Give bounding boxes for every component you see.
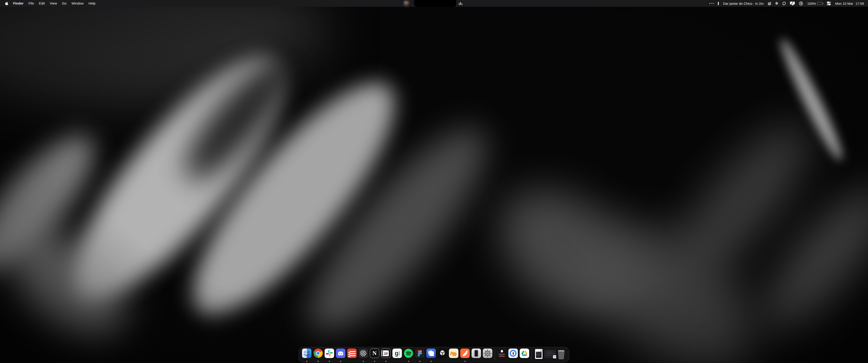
menubar-clock[interactable]: Mon 10 Mar 17:58 xyxy=(835,2,864,5)
document-file-icon xyxy=(535,349,542,359)
dock-item-document-file[interactable] xyxy=(533,347,544,363)
menubar-separator-icon[interactable] xyxy=(718,2,719,5)
reminder-text[interactable]: Dar jantar do Chico · in 2m xyxy=(723,2,764,5)
dock-item-raycast[interactable]: raycast xyxy=(496,347,507,363)
dock-item-unity[interactable] xyxy=(437,347,448,363)
unity-cube-icon xyxy=(438,349,447,358)
raycast-label: raycast xyxy=(499,353,505,355)
trash-icon xyxy=(557,349,566,360)
finder-icon xyxy=(302,349,311,358)
paste-icon xyxy=(426,349,436,358)
discord-icon xyxy=(336,349,345,358)
pick-icon[interactable] xyxy=(782,2,786,5)
chrome-icon xyxy=(313,349,323,358)
dock-item-postico[interactable] xyxy=(448,347,459,363)
slack-icon xyxy=(324,349,334,358)
now-playing-album-art[interactable] xyxy=(403,0,410,7)
figma-icon xyxy=(415,349,425,358)
dock-item-minimized-window[interactable]: 10 xyxy=(544,347,556,363)
postico-elephant-icon xyxy=(449,349,458,358)
grammarly-glyph: g xyxy=(768,1,770,5)
grammarly-icon[interactable]: g xyxy=(768,1,771,5)
dock-item-1password[interactable] xyxy=(507,347,519,363)
iphone-mirroring-icon xyxy=(471,349,481,358)
menubar-overflow-icon[interactable] xyxy=(709,3,714,4)
flower-asterisk-icon[interactable]: ✻ xyxy=(775,2,778,5)
menu-file[interactable]: File xyxy=(26,0,36,7)
notion-icon: N xyxy=(370,349,379,358)
menu-view[interactable]: View xyxy=(47,0,59,7)
battery-charging-icon xyxy=(817,2,823,5)
grammarly-app-icon: g xyxy=(393,349,402,358)
battery-percent: 100% xyxy=(807,2,816,5)
desktop-wallpaper xyxy=(0,0,868,363)
dock-item-discord[interactable] xyxy=(335,347,346,363)
dock-item-postman[interactable] xyxy=(459,347,471,363)
dock-item-google-drive[interactable] xyxy=(519,347,530,363)
onepassword-menubar-icon[interactable] xyxy=(799,2,803,5)
dock-item-system-settings[interactable] xyxy=(482,347,493,363)
control-center-icon[interactable] xyxy=(827,2,831,5)
dock-item-grammarly[interactable]: g xyxy=(392,347,403,363)
notion-glyph: N xyxy=(373,350,377,357)
menu-help[interactable]: Help xyxy=(86,0,98,7)
dock: N 10 g xyxy=(299,347,569,362)
wallpaper-vignette xyxy=(0,0,868,363)
dock-item-slack[interactable] xyxy=(324,347,335,363)
notion-calendar-day: 10 xyxy=(383,350,389,356)
grammarly-app-glyph: g xyxy=(395,350,399,357)
dock-item-linear[interactable] xyxy=(358,347,369,363)
google-drive-icon xyxy=(520,349,529,358)
spotify-icon xyxy=(404,349,413,358)
menu-window[interactable]: Window xyxy=(69,0,86,7)
battery-status[interactable]: 100% xyxy=(807,2,823,5)
notion-calendar-icon: 10 xyxy=(381,349,391,358)
linear-icon xyxy=(359,349,368,358)
postman-icon xyxy=(460,349,470,358)
dock-item-spotify[interactable] xyxy=(403,347,414,363)
dock-item-todoist[interactable] xyxy=(346,347,358,363)
dock-item-notion-calendar[interactable]: 10 xyxy=(380,347,392,363)
raycast-icon: raycast xyxy=(497,349,506,358)
apple-menu-icon[interactable] xyxy=(5,1,8,5)
audio-visualizer-icon[interactable] xyxy=(459,2,462,5)
dock-item-notion[interactable]: N xyxy=(369,347,380,363)
menu-go[interactable]: Go xyxy=(59,0,69,7)
menu-bar: Finder File Edit View Go Window Help Dar… xyxy=(0,0,868,7)
menubar-date: Mon 10 Mar xyxy=(835,2,853,5)
minimized-window-thumbnail: 10 xyxy=(544,350,556,358)
dock-item-trash[interactable] xyxy=(556,347,567,363)
dock-item-paste[interactable] xyxy=(426,347,437,363)
dock-item-finder[interactable] xyxy=(301,347,312,363)
system-settings-gear-icon xyxy=(483,349,492,358)
dock-separator xyxy=(531,349,532,361)
menu-edit[interactable]: Edit xyxy=(36,0,47,7)
dock-item-chrome[interactable] xyxy=(312,347,324,363)
onepassword-icon xyxy=(508,349,518,358)
menubar-time: 17:58 xyxy=(855,2,864,5)
menu-finder[interactable]: Finder xyxy=(11,0,26,7)
todoist-icon xyxy=(347,349,357,358)
dock-item-figma[interactable] xyxy=(414,347,426,363)
display-mirroring-icon[interactable] xyxy=(790,2,795,5)
notch xyxy=(414,0,456,7)
dock-item-iphone-mirroring[interactable] xyxy=(471,347,482,363)
